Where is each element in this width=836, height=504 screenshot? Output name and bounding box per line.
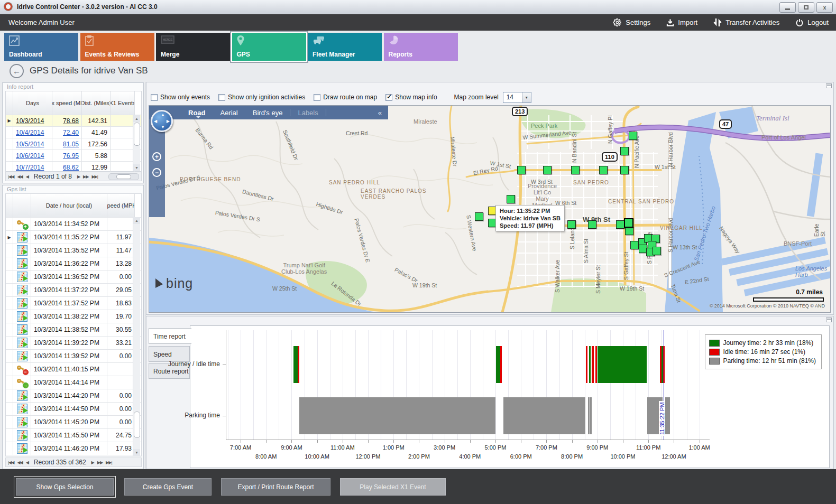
gps-marker[interactable] [625, 227, 633, 235]
gps-marker[interactable] [630, 241, 639, 249]
gps-marker[interactable] [507, 195, 515, 203]
bing-map[interactable]: RoadAerialBird's eyeLabels« ▲ ◀ ▶ ▼ + − … [149, 105, 831, 313]
table-row[interactable]: 10/3/2014 11:39:22 PM33.21 [6, 337, 141, 350]
topbar-action-transfer-activities[interactable]: Transfer Activities [713, 18, 779, 27]
info-table-scrollbar[interactable]: ▲ ▼ [133, 115, 140, 171]
gps-marker[interactable] [653, 247, 661, 255]
header-cell[interactable]: Speed (MPH) [107, 194, 135, 217]
export-print-route-report-button[interactable]: Export / Print Route Report [221, 478, 330, 496]
show-gps-selection-button[interactable]: Show Gps Selection [16, 478, 114, 496]
table-row[interactable]: 10/3/2014 11:46:20 PM17.93 [6, 442, 141, 455]
day-cell[interactable]: 10/5/2014 [13, 138, 52, 150]
gps-marker[interactable] [571, 166, 580, 174]
minimize-button[interactable] [779, 2, 796, 13]
create-gps-event-button[interactable]: Create Gps Event [124, 478, 212, 496]
table-row[interactable]: 10/3/2014 11:36:52 PM0.00 [6, 270, 141, 284]
pan-left-icon[interactable]: ◀ [154, 119, 157, 124]
max-speed-link[interactable]: 78.68 [63, 117, 79, 125]
header-cell[interactable]: Days [13, 91, 52, 115]
table-row[interactable]: 10/3/2014 11:44:20 PM0.00 [6, 389, 141, 403]
back-button[interactable]: ← [10, 64, 24, 78]
max-speed-cell[interactable]: 81.05 [52, 138, 82, 150]
table-row[interactable]: ▶10/3/201478.68142.31 [6, 115, 141, 127]
table-row[interactable]: 10/3/2014 11:37:22 PM29.05 [6, 284, 141, 297]
map-panel-collapse-button[interactable] [826, 83, 832, 88]
max-speed-cell[interactable]: 76.95 [52, 150, 82, 161]
unchecked-checkbox-icon[interactable] [218, 94, 225, 101]
gps-marker[interactable] [629, 132, 637, 140]
next-page-icon[interactable]: ▶ [77, 174, 80, 179]
day-cell[interactable]: 10/7/2014 [13, 162, 52, 173]
table-row[interactable]: 10/6/201476.955.88 [6, 150, 141, 162]
pager-h-scrollbar[interactable] [108, 173, 139, 180]
max-speed-cell[interactable]: 68.62 [52, 162, 82, 173]
pan-right-icon[interactable]: ▶ [167, 119, 170, 124]
first-page-icon[interactable]: |◀◀ [8, 174, 14, 179]
table-row[interactable]: −10/3/2014 11:40:15 PM [6, 363, 141, 376]
prev-page-icon[interactable]: ◀ [26, 460, 29, 465]
gps-marker[interactable] [620, 166, 629, 174]
table-row[interactable]: 10/3/2014 11:35:52 PM11.47 [6, 244, 141, 257]
day-link[interactable]: 10/3/2014 [16, 117, 44, 125]
table-row[interactable]: 10/3/2014 11:38:52 PM30.55 [6, 323, 141, 337]
first-page-icon[interactable]: |◀◀ [8, 460, 14, 465]
topbar-action-logout[interactable]: Logout [795, 18, 829, 27]
next-page-icon[interactable]: ▶ [91, 460, 94, 465]
gps-marker[interactable] [616, 220, 624, 229]
gps-marker[interactable] [599, 166, 608, 174]
unchecked-checkbox-icon[interactable] [151, 94, 158, 101]
time-panel-collapse-button[interactable] [826, 318, 832, 322]
day-link[interactable]: 10/7/2014 [16, 164, 44, 171]
checkbox-draw-route-on-map[interactable]: Draw route on map [314, 94, 377, 101]
gps-marker[interactable] [475, 212, 483, 221]
table-row[interactable]: 10/3/2014 11:45:20 PM0.00 [6, 416, 141, 429]
header-cell[interactable]: Max speed (MPH) [52, 91, 82, 115]
next-group-icon[interactable]: ▶▶ [97, 460, 103, 465]
day-cell[interactable]: 10/4/2014 [13, 127, 52, 138]
max-speed-link[interactable]: 76.95 [63, 152, 79, 160]
header-cell[interactable]: X1 Events [111, 91, 135, 115]
map-style-aerial[interactable]: Aerial [221, 109, 238, 117]
maximize-button[interactable] [798, 2, 814, 13]
max-speed-link[interactable]: 72.40 [63, 129, 79, 136]
last-page-icon[interactable]: ▶▶| [106, 460, 112, 465]
max-speed-cell[interactable]: 78.68 [52, 115, 82, 126]
table-row[interactable]: +10/3/2014 11:34:52 PM [6, 218, 141, 231]
last-page-icon[interactable]: ▶▶| [91, 174, 97, 179]
table-row[interactable]: 10/3/2014 11:36:22 PM13.28 [6, 257, 141, 270]
gps-marker[interactable] [543, 166, 552, 174]
map-zoom-select[interactable]: 14 ▼ [503, 92, 531, 103]
tab-dashboard[interactable]: Dashboard [4, 33, 78, 61]
table-row[interactable]: 10/3/2014 11:44:50 PM0.00 [6, 403, 141, 416]
table-row[interactable]: 10/3/2014 11:45:50 PM24.75 [6, 429, 141, 442]
tab-fleet-manager[interactable]: Fleet Manager [308, 33, 382, 61]
table-row[interactable]: ▶10/3/2014 11:35:22 PM11.97 [6, 231, 141, 244]
topbar-action-settings[interactable]: Settings [613, 18, 650, 27]
max-speed-link[interactable]: 81.05 [63, 141, 79, 148]
checkbox-show-map-info[interactable]: Show map info [385, 94, 437, 101]
gps-marker[interactable] [620, 147, 629, 155]
close-button[interactable]: x [816, 2, 833, 13]
prev-page-icon[interactable]: ◀ [26, 174, 29, 179]
pan-down-icon[interactable]: ▼ [161, 125, 165, 129]
header-cell[interactable]: Date / hour (local) [31, 194, 107, 217]
zoom-in-button[interactable]: + [152, 152, 161, 161]
day-cell[interactable]: 10/3/2014 [13, 115, 52, 126]
gps-marker-selected[interactable] [624, 218, 633, 228]
day-link[interactable]: 10/6/2014 [16, 152, 44, 160]
prev-group-icon[interactable]: ◀◀ [17, 174, 22, 179]
checked-checkbox-icon[interactable] [385, 94, 392, 101]
table-row[interactable]: →10/3/2014 11:44:14 PM [6, 376, 141, 389]
pan-up-icon[interactable]: ▲ [161, 113, 165, 117]
max-speed-cell[interactable]: 72.40 [52, 127, 82, 138]
gps-marker[interactable] [517, 166, 526, 174]
zoom-out-button[interactable]: − [152, 168, 161, 177]
tab-reports[interactable]: Reports [384, 33, 458, 61]
max-speed-link[interactable]: 68.62 [63, 164, 79, 171]
checkbox-show-only-events[interactable]: Show only events [151, 94, 210, 101]
topbar-action-import[interactable]: Import [666, 18, 697, 27]
table-row[interactable]: 10/3/2014 11:39:52 PM0.00 [6, 350, 141, 363]
table-row[interactable]: 10/3/2014 11:37:52 PM18.63 [6, 297, 141, 310]
checkbox-show-only-ignition-activities[interactable]: Show only ignition activities [218, 94, 305, 101]
table-row[interactable]: 10/4/201472.4041.49 [6, 127, 141, 138]
